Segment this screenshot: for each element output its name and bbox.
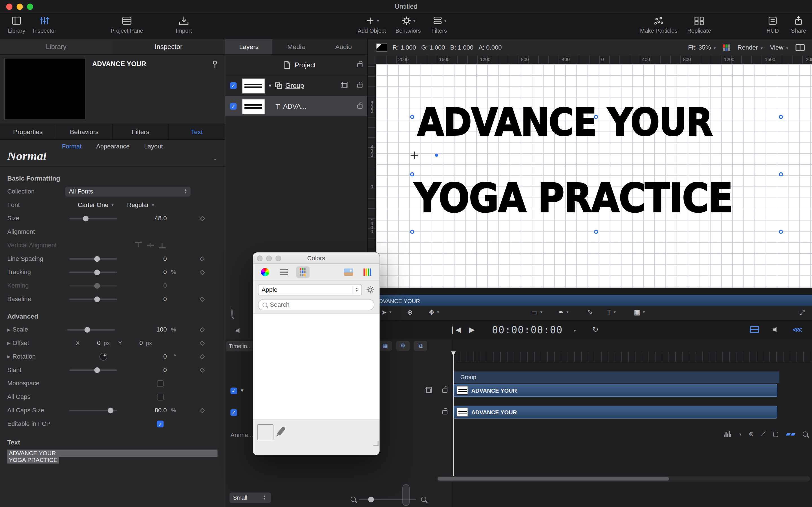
all-caps-size-value[interactable]: 80.0 (131, 407, 167, 414)
palette-select[interactable]: Apple ▲▼ (258, 284, 362, 295)
disclosure-triangle-icon[interactable]: ▶ (7, 341, 10, 345)
keyframe-icon[interactable] (200, 341, 205, 346)
line-spacing-value[interactable]: 0 (131, 255, 167, 263)
share-toolbar-button[interactable]: Share (778, 15, 812, 34)
valign-middle-button[interactable] (147, 242, 154, 248)
tab-media[interactable]: Media (273, 40, 320, 54)
layer-row-group[interactable]: ✓ ▼ Group (225, 75, 367, 96)
disclosure-triangle-icon[interactable]: ▶ (7, 354, 10, 359)
project-pane-toolbar-button[interactable]: Project Pane (106, 15, 148, 34)
lock-icon[interactable] (357, 104, 362, 108)
pencils-mode-button[interactable] (361, 266, 373, 277)
font-family-popup[interactable]: Carter One▾ (78, 201, 114, 209)
tab-appearance[interactable]: Appearance (96, 143, 130, 150)
keyframe-icon[interactable] (200, 327, 205, 332)
group-enable-checkbox[interactable]: ✓ (231, 387, 237, 394)
tab-format[interactable]: Format (62, 143, 82, 150)
scale-slider[interactable] (67, 329, 115, 330)
current-color-swatch[interactable] (376, 43, 387, 52)
baseline-slider[interactable] (69, 298, 117, 300)
paint-stroke-tool[interactable]: ✎ (587, 308, 593, 316)
playhead[interactable] (453, 352, 454, 481)
tracking-slider[interactable] (69, 271, 117, 273)
keyframe-icon[interactable] (200, 256, 205, 261)
selection-handle[interactable] (410, 230, 414, 234)
mini-timeline-bar[interactable]: ADVANCE YOUR (368, 295, 812, 306)
collection-select[interactable]: All Fonts ▲▼ (65, 186, 190, 196)
size-slider[interactable] (69, 217, 117, 219)
tab-properties[interactable]: Properties (0, 124, 56, 139)
import-toolbar-button[interactable]: Import (163, 15, 205, 34)
offset-y-value[interactable]: 0 (125, 339, 143, 347)
timeline-ruler[interactable] (453, 352, 812, 362)
layer-row-text[interactable]: ✓ T ADVA... (225, 96, 367, 117)
text-enable-checkbox[interactable]: ✓ (231, 409, 237, 416)
text-style-preset[interactable]: Normal ⌄ (0, 153, 225, 167)
color-search-field[interactable] (258, 299, 374, 311)
timeline-bar-text[interactable]: ADVANCE YOUR (453, 406, 777, 418)
tab-filters[interactable]: Filters (112, 124, 169, 139)
filters-toolbar-button[interactable]: ▾ Filters (418, 15, 460, 34)
blend-mode-icon[interactable] (341, 83, 347, 88)
selection-handle[interactable] (779, 230, 783, 234)
select-transform-tool[interactable]: ➤▾ (381, 308, 392, 316)
disclosure-triangle-icon[interactable]: ▶ (7, 327, 10, 332)
rotation-value[interactable]: 0 (131, 353, 167, 360)
add-object-toolbar-button[interactable]: ▾ Add Object (351, 15, 393, 34)
current-timecode[interactable]: 00:00:00:00 (492, 324, 563, 335)
current-color-well[interactable] (257, 424, 273, 440)
selection-handle[interactable] (779, 115, 783, 119)
disclosure-triangle-icon[interactable]: ▼ (240, 388, 244, 393)
keyframe-icon[interactable] (200, 297, 205, 302)
font-style-popup[interactable]: Regular▾ (127, 201, 154, 209)
timecode-chevron-icon[interactable]: ▾ (573, 325, 576, 334)
anchor-point-crosshair[interactable] (411, 152, 418, 159)
text-content-line-2[interactable]: YOGA PRACTICE (7, 457, 218, 463)
slant-value[interactable]: 0 (131, 366, 167, 374)
text-content-line-1[interactable]: ADVANCE YOUR (7, 450, 218, 457)
ramp-icon[interactable]: ⟋ (761, 431, 765, 438)
canvas-viewport[interactable]: ADVANCE YOUR YOGA PRACTICE (376, 64, 812, 290)
markers-icon[interactable]: ⋘ (792, 325, 803, 334)
selection-handle[interactable] (779, 172, 783, 177)
view-popup[interactable]: View ▾ (770, 44, 788, 51)
timeline-group-lane[interactable]: Group (453, 372, 779, 383)
pane-layout-icon[interactable] (795, 44, 805, 51)
keyframe-icon[interactable] (200, 407, 205, 413)
tab-library[interactable]: Library (0, 40, 112, 54)
play-button[interactable]: ▶ (469, 325, 475, 334)
line-spacing-slider[interactable] (69, 258, 117, 260)
selection-handle[interactable] (594, 115, 598, 119)
scale-value[interactable]: 100 (131, 326, 167, 333)
kerning-value[interactable]: 0 (131, 282, 167, 289)
anchor-handle-dot[interactable] (435, 154, 438, 157)
close-icon[interactable] (257, 256, 262, 261)
replicate-toolbar-button[interactable]: Replicate (678, 15, 720, 34)
show-keyframes-button[interactable]: ⚙ (396, 341, 410, 351)
editable-in-fcp-checkbox[interactable]: ✓ (157, 420, 164, 427)
keyframe-icon[interactable] (200, 216, 205, 221)
minimize-icon[interactable] (266, 256, 272, 261)
image-palettes-mode-button[interactable] (343, 266, 355, 277)
chevron-down-icon[interactable]: ▾ (739, 432, 741, 437)
show-timeline-view-button[interactable]: ▦ (378, 341, 392, 351)
eyedropper-icon[interactable] (277, 426, 286, 436)
clear-icon[interactable]: ⊗ (749, 431, 754, 438)
color-sliders-mode-button[interactable] (277, 266, 290, 277)
pin-icon[interactable] (211, 60, 218, 68)
rectangle-tool[interactable]: ▭▾ (531, 308, 542, 316)
show-audio-button[interactable]: ⧉ (414, 341, 427, 351)
slant-slider[interactable] (69, 369, 117, 371)
monospace-checkbox[interactable] (157, 380, 164, 387)
color-palettes-mode-button[interactable] (296, 266, 310, 277)
adjust-anchor-tool[interactable]: ⊕ (407, 308, 413, 316)
palette-gear-icon[interactable] (366, 286, 374, 294)
layer-row-project[interactable]: Project (225, 55, 367, 75)
pan-hand-tool[interactable]: ✥▾ (429, 308, 439, 316)
zoom-timeline-icon[interactable] (803, 432, 808, 437)
audio-waveform-icon[interactable] (724, 431, 731, 437)
valign-bottom-button[interactable] (159, 242, 166, 248)
text-tool[interactable]: T▾ (607, 308, 616, 316)
timeline-zoom-level-select[interactable]: Small ▲▼ (230, 493, 271, 503)
timing-pane-icon[interactable] (750, 326, 759, 333)
